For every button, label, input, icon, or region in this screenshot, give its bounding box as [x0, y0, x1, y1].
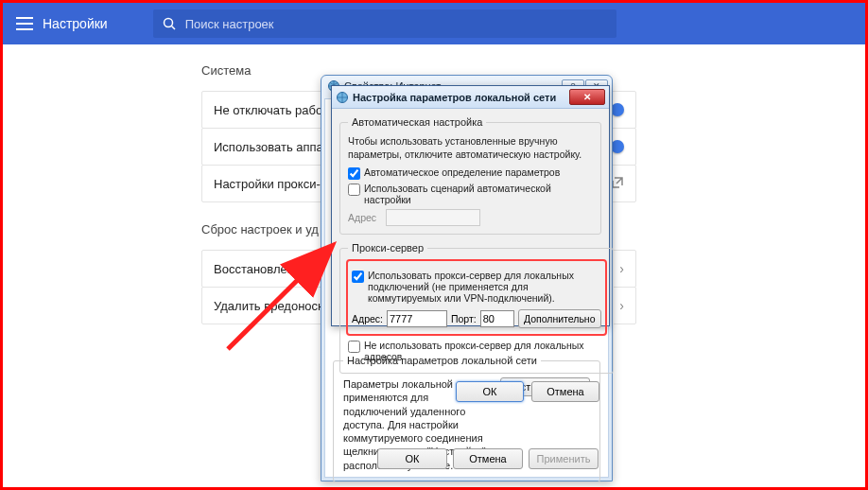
setting-label: Восстановление на [214, 262, 324, 276]
setting-label: Настройки прокси-о [214, 177, 327, 191]
advanced-button[interactable]: Дополнительно [518, 309, 601, 328]
cancel-button[interactable]: Отмена [531, 381, 599, 402]
close-icon[interactable]: ✕ [569, 89, 605, 105]
proxy-port-label: Порт: [451, 313, 477, 324]
setting-label: Использовать аппа [214, 140, 323, 154]
checkbox-input[interactable] [348, 184, 360, 196]
address-label: Адрес [348, 212, 386, 223]
search-icon [163, 17, 176, 30]
setting-label: Удалить вредоносн [214, 299, 324, 313]
svg-point-0 [164, 19, 172, 27]
use-script-checkbox[interactable]: Использовать сценарий автоматической нас… [348, 183, 593, 205]
auto-config-text: Чтобы использовать установленные вручную… [348, 135, 593, 161]
proxy-address-label: Адрес: [352, 313, 383, 324]
checkbox-input[interactable] [352, 271, 364, 283]
group-legend: Прокси-сервер [348, 242, 427, 254]
cancel-button[interactable]: Отмена [453, 448, 523, 469]
ok-button[interactable]: ОК [456, 381, 524, 402]
auto-detect-checkbox[interactable]: Автоматическое определение параметров [348, 166, 593, 180]
chevron-right-icon: › [619, 261, 624, 276]
lan-settings-dialog: Настройка параметров локальной сети ✕ Ав… [331, 85, 610, 326]
search-input[interactable] [185, 17, 607, 31]
page-title: Настройки [43, 16, 108, 31]
bypass-local-checkbox[interactable]: Не использовать прокси-сервер для локаль… [348, 340, 605, 362]
script-address-input [386, 209, 480, 226]
dialog-title: Настройка параметров локальной сети [353, 92, 556, 103]
use-proxy-checkbox[interactable]: Использовать прокси-сервер для локальных… [352, 270, 601, 304]
dialog-titlebar[interactable]: Настройка параметров локальной сети ✕ [332, 86, 609, 109]
proxy-address-input[interactable] [387, 310, 447, 327]
checkbox-input[interactable] [348, 341, 360, 353]
group-legend: Автоматическая настройка [348, 116, 486, 128]
menu-icon[interactable] [16, 17, 33, 30]
chevron-right-icon: › [619, 298, 624, 313]
auto-config-group: Автоматическая настройка Чтобы использов… [339, 116, 601, 235]
proxy-server-group: Прокси-сервер Использовать прокси-сервер… [339, 242, 614, 374]
checkbox-input[interactable] [348, 167, 360, 180]
apply-button[interactable]: Применить [529, 448, 599, 469]
external-link-icon [611, 176, 624, 192]
globe-icon [336, 91, 349, 104]
highlighted-proxy-box: Использовать прокси-сервер для локальных… [346, 259, 607, 336]
ok-button[interactable]: ОК [377, 448, 447, 469]
app-header: Настройки [3, 3, 865, 44]
search-box[interactable] [153, 9, 616, 38]
proxy-port-input[interactable] [480, 310, 514, 327]
setting-label: Не отключать рабо [214, 103, 322, 117]
svg-line-1 [171, 26, 175, 30]
